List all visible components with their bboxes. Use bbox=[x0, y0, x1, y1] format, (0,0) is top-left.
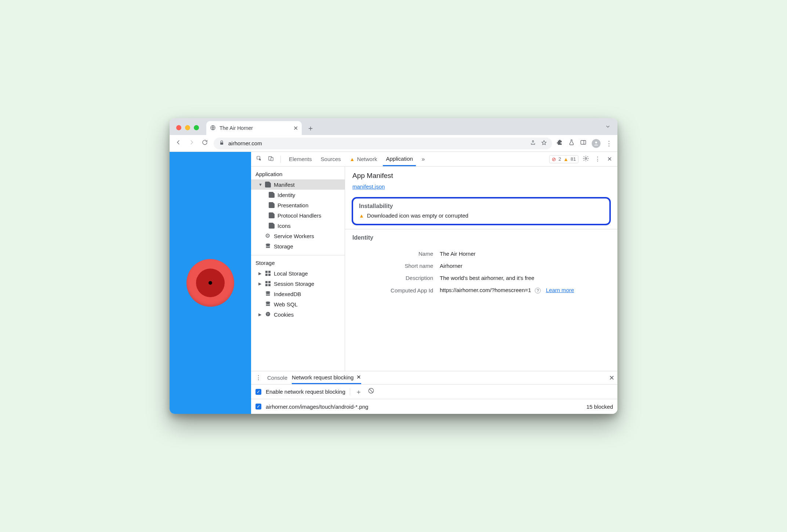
omnibox[interactable]: airhorner.com bbox=[214, 138, 552, 149]
sidebar-item-websql[interactable]: Web SQL bbox=[251, 299, 345, 309]
browser-toolbar: airhorner.com ⋮ bbox=[170, 135, 617, 152]
blocking-pattern-row[interactable]: ✓ airhorner.com/images/touch/android-*.p… bbox=[251, 399, 617, 414]
share-icon[interactable] bbox=[530, 140, 536, 147]
sidebar-item-label: Storage bbox=[274, 243, 293, 249]
name-value: The Air Horner bbox=[440, 251, 476, 257]
svg-point-19 bbox=[266, 291, 270, 293]
kebab-menu-icon[interactable]: ⋮ bbox=[593, 156, 602, 163]
sidebar-item-storage-summary[interactable]: Storage bbox=[251, 241, 345, 251]
sidebar-item-protocol-handlers[interactable]: Protocol Handlers bbox=[251, 210, 345, 221]
tab-network[interactable]: ▲ Network bbox=[347, 152, 380, 166]
drawer-tab-network-blocking[interactable]: Network request blocking ✕ bbox=[292, 371, 361, 384]
chrome-menu-icon[interactable]: ⋮ bbox=[606, 139, 613, 147]
svg-rect-1 bbox=[220, 142, 223, 145]
cookie-icon bbox=[265, 311, 271, 318]
new-tab-button[interactable]: ＋ bbox=[305, 123, 316, 133]
svg-rect-13 bbox=[265, 274, 268, 276]
browser-window: The Air Horner ✕ ＋ airhorner.com bbox=[170, 118, 617, 414]
sidebar-item-identity[interactable]: Identity bbox=[251, 190, 345, 200]
sidebar-item-label: Cookies bbox=[274, 311, 294, 318]
fullscreen-window-button[interactable] bbox=[194, 125, 199, 130]
lock-icon bbox=[219, 140, 225, 147]
sidebar-item-cookies[interactable]: ▶ Cookies bbox=[251, 309, 345, 320]
installability-message: Downloaded icon was empty or corrupted bbox=[367, 212, 468, 219]
sidebar-item-label: Identity bbox=[278, 192, 295, 198]
enable-blocking-label: Enable network request blocking bbox=[266, 389, 345, 395]
help-icon[interactable]: ? bbox=[535, 288, 541, 294]
sidebar-item-presentation[interactable]: Presentation bbox=[251, 200, 345, 210]
sidebar-item-local-storage[interactable]: ▶ Local Storage bbox=[251, 268, 345, 278]
add-pattern-icon[interactable]: ＋ bbox=[355, 387, 363, 396]
description-value: The world's best airhorner, and it's fre… bbox=[440, 275, 534, 281]
tab-strip: The Air Horner ✕ ＋ bbox=[170, 118, 617, 135]
forward-button[interactable] bbox=[187, 139, 196, 147]
close-drawer-icon[interactable]: ✕ bbox=[609, 374, 614, 382]
page-viewport bbox=[170, 152, 251, 414]
star-icon[interactable] bbox=[541, 140, 547, 147]
svg-rect-16 bbox=[268, 281, 271, 283]
database-icon bbox=[265, 243, 271, 249]
file-icon bbox=[269, 202, 275, 208]
manifest-link[interactable]: manifest.json bbox=[352, 183, 385, 190]
manifest-pane: App Manifest manifest.json Installabilit… bbox=[345, 167, 617, 371]
tab-sources[interactable]: Sources bbox=[318, 152, 344, 166]
application-sidebar[interactable]: Application ▼ Manifest Identity Pr bbox=[251, 167, 345, 371]
globe-icon bbox=[210, 125, 216, 132]
svg-rect-18 bbox=[268, 284, 271, 286]
caret-right-icon: ▶ bbox=[258, 312, 262, 317]
side-panel-icon[interactable] bbox=[580, 139, 587, 147]
database-icon bbox=[265, 291, 271, 297]
pane-title: App Manifest bbox=[345, 172, 617, 183]
sidebar-item-label: Manifest bbox=[274, 182, 295, 188]
svg-rect-14 bbox=[268, 274, 271, 276]
labs-icon[interactable] bbox=[568, 139, 575, 147]
enable-blocking-checkbox[interactable]: ✓ bbox=[255, 389, 261, 395]
drawer-menu-icon[interactable]: ⋮ bbox=[254, 374, 263, 381]
gear-icon[interactable] bbox=[581, 155, 590, 163]
svg-rect-12 bbox=[268, 271, 271, 273]
caret-right-icon: ▶ bbox=[258, 271, 262, 276]
reload-button[interactable] bbox=[200, 139, 209, 147]
browser-tab[interactable]: The Air Horner ✕ bbox=[206, 121, 302, 135]
drawer-tab-console[interactable]: Console bbox=[267, 371, 287, 384]
close-tab-icon[interactable]: ✕ bbox=[293, 125, 298, 132]
minimize-window-button[interactable] bbox=[185, 125, 190, 130]
tabs-dropdown-button[interactable] bbox=[605, 124, 611, 131]
close-tab-icon[interactable]: ✕ bbox=[356, 374, 361, 380]
clear-patterns-icon[interactable] bbox=[367, 387, 375, 396]
tab-elements[interactable]: Elements bbox=[286, 152, 315, 166]
device-toolbar-icon[interactable] bbox=[266, 156, 275, 163]
close-window-button[interactable] bbox=[176, 125, 181, 130]
sidebar-heading-application: Application bbox=[255, 171, 340, 177]
installability-card: Installability ▲ Downloaded icon was emp… bbox=[352, 197, 611, 225]
appid-value: https://airhorner.com/?homescreen=1 bbox=[440, 287, 531, 293]
extensions-icon[interactable] bbox=[556, 139, 563, 147]
inspect-element-icon[interactable] bbox=[255, 156, 264, 163]
sidebar-item-session-storage[interactable]: ▶ Session Storage bbox=[251, 278, 345, 289]
svg-rect-21 bbox=[266, 295, 270, 296]
airhorn-button[interactable] bbox=[186, 259, 234, 307]
file-icon bbox=[265, 182, 271, 187]
sidebar-item-icons[interactable]: Icons bbox=[251, 221, 345, 231]
sidebar-item-service-workers[interactable]: ⚙ Service Workers bbox=[251, 231, 345, 241]
file-icon bbox=[269, 223, 275, 229]
sidebar-item-label: Session Storage bbox=[274, 281, 314, 287]
pattern-text: airhorner.com/images/touch/android-*.png bbox=[266, 404, 368, 410]
url-host: airhorner.com bbox=[228, 140, 262, 146]
sidebar-item-label: Web SQL bbox=[274, 301, 298, 307]
back-button[interactable] bbox=[174, 139, 183, 147]
appid-label: Computed App Id bbox=[352, 287, 433, 294]
pattern-checkbox[interactable]: ✓ bbox=[255, 404, 261, 409]
sidebar-item-indexeddb[interactable]: IndexedDB bbox=[251, 289, 345, 299]
issue-counters[interactable]: ⊘ 2 ▲ 81 bbox=[549, 155, 579, 163]
profile-avatar[interactable] bbox=[592, 139, 601, 148]
tab-application[interactable]: Application bbox=[383, 152, 416, 166]
devtools-tabbar: Elements Sources ▲ Network Application »… bbox=[251, 152, 617, 167]
sidebar-item-manifest[interactable]: ▼ Manifest bbox=[251, 179, 345, 190]
svg-point-8 bbox=[266, 244, 270, 245]
learn-more-link[interactable]: Learn more bbox=[546, 287, 574, 293]
shortname-value: Airhorner bbox=[440, 263, 463, 269]
close-devtools-icon[interactable]: ✕ bbox=[605, 156, 614, 163]
blocked-count: 15 blocked bbox=[586, 404, 613, 410]
more-tabs-icon[interactable]: » bbox=[419, 156, 428, 163]
